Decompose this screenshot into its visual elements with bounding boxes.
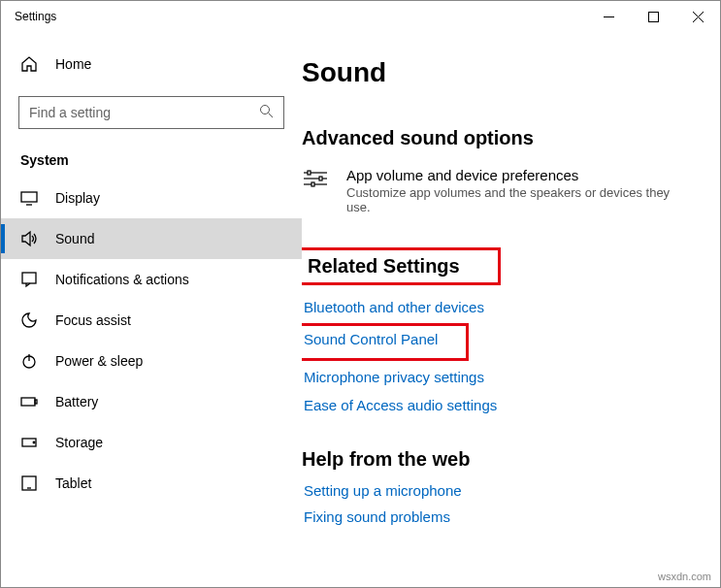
app-volume-preferences[interactable]: App volume and device preferences Custom… [302, 167, 695, 214]
window-title: Settings [15, 10, 586, 23]
search-icon [259, 104, 274, 121]
adv-desc: Customize app volumes and the speakers o… [346, 185, 676, 214]
link-bluetooth[interactable]: Bluetooth and other devices [304, 299, 695, 315]
sidebar-item-sound[interactable]: Sound [1, 218, 302, 259]
sidebar-category: System [1, 147, 302, 178]
sidebar-item-notifications[interactable]: Notifications & actions [1, 259, 302, 300]
sidebar-item-label: Notifications & actions [55, 272, 189, 287]
svg-rect-22 [311, 182, 314, 186]
related-settings-title: Related Settings [302, 251, 497, 281]
sidebar-item-label: Storage [55, 435, 103, 450]
tablet-icon [20, 474, 38, 492]
svg-rect-1 [648, 12, 658, 21]
close-button[interactable] [675, 1, 720, 32]
link-ease-of-access-audio[interactable]: Ease of Access audio settings [304, 397, 695, 413]
watermark: wsxdn.com [658, 571, 711, 582]
svg-rect-11 [21, 398, 35, 406]
storage-icon [20, 434, 38, 451]
svg-rect-12 [35, 400, 37, 404]
notifications-icon [20, 271, 38, 288]
search-placeholder: Find a setting [29, 105, 111, 120]
svg-rect-20 [308, 171, 311, 175]
power-icon [20, 352, 38, 370]
sidebar-item-label: Power & sleep [55, 353, 143, 369]
sidebar-home-label: Home [55, 56, 91, 72]
sidebar-home[interactable]: Home [1, 48, 302, 81]
sliders-icon [302, 167, 331, 214]
sidebar-item-battery[interactable]: Battery [1, 381, 302, 422]
svg-point-14 [33, 441, 35, 443]
sidebar-item-tablet[interactable]: Tablet [1, 463, 302, 504]
main-content: Sound Advanced sound options App volume … [302, 32, 720, 587]
svg-line-5 [269, 114, 274, 118]
svg-point-4 [261, 106, 270, 114]
svg-rect-8 [22, 273, 36, 283]
link-setup-mic[interactable]: Setting up a microphone [304, 482, 695, 499]
sidebar-item-label: Battery [55, 394, 98, 409]
sidebar-item-label: Tablet [55, 475, 91, 491]
sidebar: Home Find a setting System Display Sound… [1, 32, 302, 587]
page-title: Sound [302, 57, 695, 88]
focus-icon [20, 311, 38, 329]
sidebar-item-label: Display [55, 190, 100, 206]
titlebar: Settings [1, 1, 720, 32]
link-microphone-privacy[interactable]: Microphone privacy settings [304, 369, 695, 385]
adv-label: App volume and device preferences [346, 167, 676, 183]
sidebar-item-label: Sound [55, 231, 94, 246]
home-icon [20, 55, 38, 73]
maximize-button[interactable] [631, 1, 675, 32]
display-icon [20, 189, 38, 207]
svg-rect-21 [319, 177, 322, 180]
search-input[interactable]: Find a setting [18, 96, 284, 129]
svg-rect-6 [21, 192, 37, 202]
advanced-section-title: Advanced sound options [302, 127, 695, 149]
link-fix-sound[interactable]: Fixing sound problems [304, 508, 695, 525]
sidebar-item-storage[interactable]: Storage [1, 422, 302, 463]
sidebar-item-power-sleep[interactable]: Power & sleep [1, 341, 302, 381]
battery-icon [20, 393, 38, 410]
sidebar-item-label: Focus assist [55, 312, 131, 328]
sound-icon [20, 230, 38, 247]
help-section-title: Help from the web [302, 448, 695, 471]
link-sound-control-panel[interactable]: Sound Control Panel [304, 331, 438, 347]
minimize-button[interactable] [586, 1, 631, 32]
window-controls [586, 1, 720, 32]
sidebar-item-display[interactable]: Display [1, 178, 302, 218]
sidebar-item-focus-assist[interactable]: Focus assist [1, 300, 302, 341]
